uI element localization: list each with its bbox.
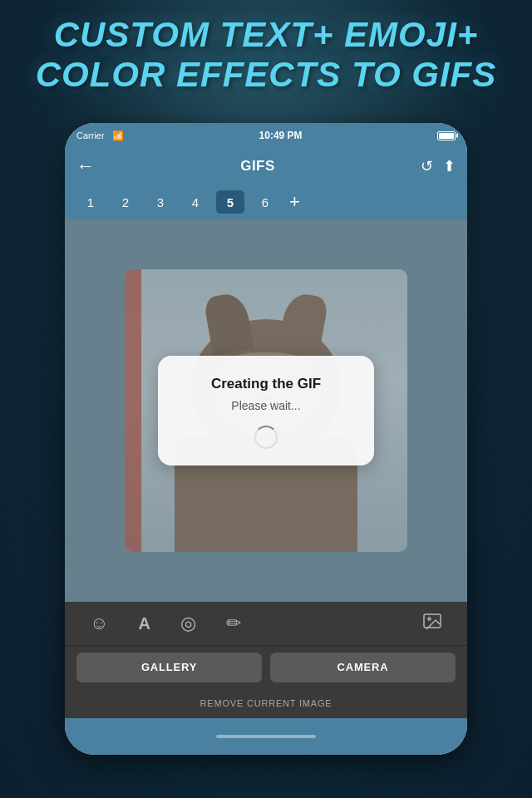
tab-4[interactable]: 4 xyxy=(181,190,209,214)
text-tool-button[interactable]: A xyxy=(138,614,150,633)
brush-tool-button[interactable]: ✏ xyxy=(226,613,241,634)
app-title: CUSTOM TEXT+ EMOJI+ COLOR EFFECTS TO GIF… xyxy=(0,15,532,96)
carrier-wifi: Carrier 📶 xyxy=(76,131,124,141)
bottom-buttons: GALLERY CAMERA xyxy=(65,645,467,688)
emoji-tool-button[interactable]: ☺ xyxy=(90,613,108,634)
modal-box: Creating the GIF Please wait... xyxy=(158,356,374,466)
nav-actions: ↺ ⬆ xyxy=(421,157,456,175)
toolbar: ☺ A ◎ ✏ xyxy=(65,602,467,645)
share-button[interactable]: ⬆ xyxy=(443,157,456,175)
home-indicator xyxy=(216,735,316,738)
remove-label[interactable]: REMOVE CURRENT IMAGE xyxy=(200,698,332,708)
tab-1[interactable]: 1 xyxy=(76,190,105,214)
gallery-button[interactable]: GALLERY xyxy=(76,653,262,682)
tab-add-button[interactable]: + xyxy=(289,191,300,213)
svg-point-1 xyxy=(428,618,431,620)
nav-title: GIFS xyxy=(240,158,275,175)
back-button[interactable]: ← xyxy=(76,155,95,177)
title-line1: CUSTOM TEXT+ EMOJI+ xyxy=(0,15,532,55)
title-line2: COLOR EFFECTS TO GIFS xyxy=(0,55,532,95)
toolbar-tools: ☺ A ◎ ✏ xyxy=(90,613,422,634)
remove-row: REMOVE CURRENT IMAGE xyxy=(65,688,467,718)
nav-bar: ← GIFS ↺ ⬆ xyxy=(65,148,467,185)
spinner-ring xyxy=(254,426,278,449)
tab-3[interactable]: 3 xyxy=(146,190,175,214)
tab-5[interactable]: 5 xyxy=(216,190,244,214)
modal-title: Creating the GIF xyxy=(175,376,357,392)
content-area: Creating the GIF Please wait... xyxy=(65,219,467,602)
battery-body xyxy=(437,131,456,140)
status-bar: Carrier 📶 10:49 PM xyxy=(65,123,467,148)
wifi-icon: 📶 xyxy=(108,131,125,141)
phone-frame: Carrier 📶 10:49 PM ← GIFS ↺ ⬆ 1 2 3 xyxy=(65,123,467,755)
refresh-button[interactable]: ↺ xyxy=(421,157,433,175)
carrier-label: Carrier xyxy=(76,131,105,140)
time-label: 10:49 PM xyxy=(259,130,303,141)
modal-subtitle: Please wait... xyxy=(175,399,357,412)
bottom-bar xyxy=(65,718,467,755)
battery-fill xyxy=(439,133,454,139)
tab-2[interactable]: 2 xyxy=(111,190,140,214)
circle-tool-button[interactable]: ◎ xyxy=(180,613,196,634)
tabs-row: 1 2 3 4 5 6 + xyxy=(65,185,467,219)
image-tool-button[interactable] xyxy=(422,612,442,636)
loading-spinner xyxy=(254,426,278,449)
modal-overlay: Creating the GIF Please wait... xyxy=(65,219,467,602)
tab-6[interactable]: 6 xyxy=(251,190,279,214)
svg-rect-0 xyxy=(424,614,441,628)
battery xyxy=(437,131,456,140)
camera-button[interactable]: CAMERA xyxy=(270,653,456,682)
